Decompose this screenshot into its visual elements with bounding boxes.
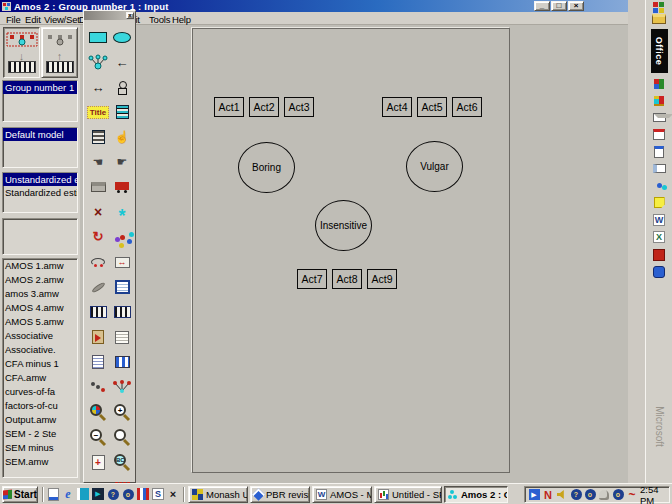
- file-item[interactable]: curves-of-fa: [3, 385, 77, 399]
- drawing-page[interactable]: Act1 Act2 Act3 Act4 Act5 Act6 Act7 Act8 …: [192, 28, 510, 473]
- open-office-document-icon[interactable]: [650, 93, 668, 108]
- file-item[interactable]: SEM minus: [3, 441, 77, 455]
- observed-node[interactable]: Act2: [249, 97, 279, 117]
- file-item[interactable]: Associative.: [3, 343, 77, 357]
- file-item[interactable]: AMOS 5.amw: [3, 315, 77, 329]
- office-logo-icon[interactable]: [653, 2, 658, 7]
- deselect-all-tool[interactable]: ☛: [111, 151, 133, 173]
- task-amos-doc[interactable]: WAMOS - Micr...: [312, 486, 372, 503]
- observed-node[interactable]: Act9: [367, 269, 397, 289]
- shape-change-tool[interactable]: *: [111, 201, 133, 223]
- tray-netscape-icon[interactable]: N: [542, 489, 554, 501]
- rectangle-tool[interactable]: [87, 26, 109, 48]
- tray-badge-icon-3[interactable]: o: [612, 489, 624, 501]
- menu-tools[interactable]: Tools: [149, 14, 170, 25]
- text-output-tool[interactable]: [87, 351, 109, 373]
- ql-badge-icon-2[interactable]: o: [121, 487, 135, 501]
- data-files-tool[interactable]: [111, 276, 133, 298]
- new-appointment-icon[interactable]: [650, 127, 668, 142]
- menu-edit[interactable]: Edit: [25, 14, 41, 25]
- task-amos-active[interactable]: Amos 2 : G...: [444, 486, 508, 503]
- file-item[interactable]: AMOS 2.amw: [3, 273, 77, 287]
- covariance-tool[interactable]: ↔: [87, 76, 109, 98]
- ql-media-player-icon[interactable]: ▶: [91, 487, 105, 501]
- palette-close-icon[interactable]: x: [126, 12, 134, 19]
- restore-button[interactable]: □: [551, 1, 567, 11]
- duplicate-tool[interactable]: [87, 176, 109, 198]
- scroll-tool[interactable]: ↔: [111, 251, 133, 273]
- observed-node[interactable]: Act5: [417, 97, 447, 117]
- menu-help[interactable]: Help: [172, 14, 191, 25]
- new-contact-icon[interactable]: [650, 161, 668, 176]
- calculate-estimates-tool[interactable]: [87, 326, 109, 348]
- tray-media-icon[interactable]: ▶: [528, 489, 540, 501]
- zoom-in-tool[interactable]: +: [111, 401, 133, 423]
- palette-title-bar[interactable]: x: [84, 11, 135, 20]
- red-app-icon[interactable]: [650, 247, 668, 262]
- select-one-tool[interactable]: ☝: [111, 126, 133, 148]
- ellipse-tool[interactable]: [111, 26, 133, 48]
- view-input-path-diagram-button[interactable]: ↓: [3, 27, 40, 78]
- file-item[interactable]: CFA minus 1: [3, 357, 77, 371]
- minimize-button[interactable]: _: [534, 1, 550, 11]
- taskbar-clock[interactable]: 2:54 PM: [640, 484, 663, 504]
- tray-volume-icon[interactable]: [556, 489, 568, 501]
- observed-node[interactable]: Act8: [332, 269, 362, 289]
- file-item[interactable]: factors-of-cu: [3, 399, 77, 413]
- task-pbr[interactable]: PBR revision...: [250, 486, 310, 503]
- file-item[interactable]: CFA.amw: [3, 371, 77, 385]
- move-parameter-tool[interactable]: [87, 251, 109, 273]
- tray-skull-icon[interactable]: [598, 489, 610, 501]
- abacus-tool-2[interactable]: [111, 301, 133, 323]
- task-untitled-spss[interactable]: Untitled - SP...: [374, 486, 442, 503]
- latent-node[interactable]: Vulgar: [406, 141, 463, 192]
- indicator-tool[interactable]: [87, 51, 109, 73]
- blue-app-icon[interactable]: [650, 264, 668, 279]
- start-button[interactable]: Start: [2, 486, 38, 503]
- observed-node[interactable]: Act6: [452, 97, 482, 117]
- file-item[interactable]: AMOS 4.amw: [3, 301, 77, 315]
- task-monash[interactable]: Monash Uni...: [188, 486, 248, 503]
- reflect-tool[interactable]: [111, 226, 133, 248]
- observed-node[interactable]: Act4: [382, 97, 412, 117]
- table-output-tool[interactable]: [111, 351, 133, 373]
- word-icon[interactable]: W: [650, 212, 668, 227]
- variables-in-model-tool[interactable]: [111, 101, 133, 123]
- ql-channels-icon[interactable]: [76, 487, 90, 501]
- path-arrow-tool[interactable]: ←: [111, 51, 133, 73]
- ql-tool-icon[interactable]: ×: [166, 487, 180, 501]
- view-output-path-diagram-button[interactable]: ↑: [41, 27, 78, 78]
- move-tool[interactable]: [111, 176, 133, 198]
- ql-s-icon[interactable]: S: [151, 487, 165, 501]
- latent-node[interactable]: Insensitive: [315, 200, 372, 251]
- close-button[interactable]: ×: [568, 1, 584, 11]
- rotate-tool[interactable]: ↻: [87, 226, 109, 248]
- observed-node[interactable]: Act7: [297, 269, 327, 289]
- new-journal-icon[interactable]: [650, 178, 668, 193]
- zoom-select-tool[interactable]: [87, 401, 109, 423]
- select-all-tool[interactable]: ☚: [87, 151, 109, 173]
- ql-badge-icon-1[interactable]: ?: [106, 487, 120, 501]
- model-item[interactable]: Default model: [3, 128, 77, 141]
- zoom-page-tool[interactable]: [111, 426, 133, 448]
- file-item[interactable]: SEM - 2 Ste: [3, 427, 77, 441]
- new-office-document-icon[interactable]: [650, 76, 668, 91]
- group-item[interactable]: Group number 1: [3, 81, 77, 94]
- tray-badge-icon-1[interactable]: ?: [570, 489, 582, 501]
- latent-node[interactable]: Boring: [238, 142, 295, 193]
- file-item[interactable]: SEM.amw: [3, 455, 77, 469]
- file-item[interactable]: AMOS 1.amw: [3, 259, 77, 273]
- title-tool[interactable]: Title: [87, 101, 109, 123]
- ql-spss-grid-icon[interactable]: [136, 487, 150, 501]
- excel-icon[interactable]: X: [650, 229, 668, 244]
- file-item[interactable]: Output.amw: [3, 413, 77, 427]
- new-task-icon[interactable]: [650, 144, 668, 159]
- observed-node[interactable]: Act3: [284, 97, 314, 117]
- tray-badge-icon-2[interactable]: o: [584, 489, 596, 501]
- ql-compose-icon[interactable]: [46, 487, 60, 501]
- menu-file[interactable]: File: [6, 14, 21, 25]
- abacus-tool-1[interactable]: [87, 301, 109, 323]
- observed-node[interactable]: Act1: [214, 97, 244, 117]
- analysis-properties-tool[interactable]: [111, 326, 133, 348]
- format-item[interactable]: Unstandardized estimates: [3, 173, 77, 186]
